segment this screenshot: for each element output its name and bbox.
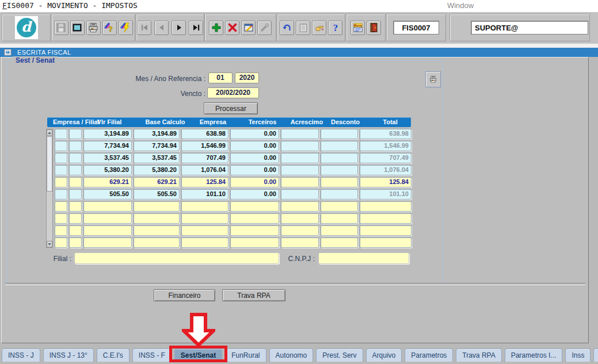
window-menu[interactable]: Window — [437, 1, 483, 10]
table-cell[interactable]: 101.10 — [181, 189, 228, 200]
table-cell[interactable] — [321, 201, 358, 212]
run-button[interactable] — [119, 21, 133, 35]
table-cell[interactable] — [83, 213, 132, 224]
tab-parametros[interactable]: Parametros — [405, 348, 453, 362]
table-cell[interactable]: 505.50 — [83, 189, 132, 200]
table-cell[interactable] — [181, 201, 228, 212]
table-cell[interactable]: 0.00 — [230, 177, 279, 187]
tab-parametros-i-[interactable]: Parametros I... — [505, 348, 563, 362]
processar-button[interactable]: Processar — [204, 102, 258, 114]
mes-input[interactable]: 01 — [208, 72, 233, 83]
table-cell[interactable] — [55, 129, 67, 139]
table-cell[interactable]: 638.98 — [181, 129, 228, 139]
next-record-button[interactable] — [172, 21, 186, 35]
table-cell[interactable] — [69, 165, 82, 175]
table-cell[interactable] — [55, 213, 67, 224]
table-cell[interactable] — [360, 213, 412, 224]
table-cell[interactable]: 3,537.45 — [83, 153, 132, 163]
table-cell[interactable] — [281, 201, 319, 212]
table-cell[interactable] — [321, 129, 358, 139]
table-cell[interactable] — [55, 153, 67, 163]
table-cell[interactable]: 101.10 — [360, 189, 412, 200]
table-cell[interactable]: 1,076.04 — [360, 165, 412, 175]
grid-scrollbar[interactable] — [46, 129, 53, 248]
table-cell[interactable]: 125.84 — [360, 177, 412, 187]
table-cell[interactable]: 0.00 — [230, 189, 279, 200]
table-cell[interactable] — [230, 213, 279, 224]
edit-record-button[interactable] — [241, 21, 256, 35]
table-cell[interactable] — [321, 213, 358, 224]
table-cell[interactable] — [360, 201, 412, 212]
table-cell[interactable] — [83, 225, 132, 236]
lock-record-button[interactable] — [257, 21, 272, 35]
enter-query-button[interactable]: * — [312, 21, 326, 35]
table-cell[interactable] — [69, 129, 82, 139]
tab-inss-f[interactable]: INSS - F — [132, 348, 172, 362]
table-cell[interactable] — [134, 213, 180, 224]
table-cell[interactable] — [281, 225, 319, 236]
table-cell[interactable] — [55, 237, 67, 248]
table-cell[interactable]: 505.50 — [134, 189, 180, 200]
screen-button[interactable] — [70, 21, 85, 35]
table-cell[interactable]: 125.84 — [181, 177, 228, 187]
table-cell[interactable] — [69, 237, 82, 248]
table-cell[interactable]: 1,076.04 — [181, 165, 228, 175]
trava-rpa-button[interactable]: Trava RPA — [222, 289, 285, 301]
undo-button[interactable] — [280, 21, 294, 35]
tab-autonomo[interactable]: Autonomo — [269, 348, 314, 362]
print-report-button[interactable] — [425, 71, 441, 87]
table-cell[interactable] — [321, 141, 358, 151]
table-cell[interactable] — [281, 213, 319, 224]
table-cell[interactable] — [230, 237, 279, 248]
table-cell[interactable] — [55, 225, 67, 236]
table-cell[interactable]: 707.49 — [181, 153, 228, 163]
table-cell[interactable] — [321, 177, 358, 187]
cnpj-field[interactable] — [318, 252, 409, 264]
table-cell[interactable]: 3,194.89 — [134, 129, 180, 139]
scroll-down-button[interactable] — [47, 241, 52, 247]
tab-impostos[interactable]: Impostos — [593, 348, 598, 362]
table-cell[interactable]: 0.00 — [230, 129, 279, 139]
table-cell[interactable]: 5,380.20 — [83, 165, 132, 175]
tab-c-e-i-s[interactable]: C.E.I's — [97, 348, 129, 362]
table-cell[interactable] — [69, 201, 82, 212]
tab-sest-senat[interactable]: Sest/Senat — [174, 348, 222, 362]
table-cell[interactable]: 0.00 — [230, 141, 279, 151]
table-cell[interactable]: 7,734.94 — [83, 141, 132, 151]
table-cell[interactable]: 1,546.99 — [360, 141, 412, 151]
save-button[interactable] — [54, 21, 68, 35]
table-cell[interactable]: 3,194.89 — [83, 129, 132, 139]
table-cell[interactable] — [69, 225, 82, 236]
table-cell[interactable]: 1,546.99 — [181, 141, 228, 151]
table-cell[interactable] — [69, 213, 82, 224]
table-cell[interactable]: 7,734.94 — [134, 141, 180, 151]
table-cell[interactable] — [69, 177, 82, 187]
ano-input[interactable]: 2020 — [235, 72, 259, 83]
last-record-button[interactable] — [189, 21, 203, 35]
paste-button[interactable] — [296, 21, 310, 35]
menu-button[interactable]: Menu — [351, 21, 365, 35]
table-cell[interactable] — [69, 153, 82, 163]
previous-record-button[interactable] — [154, 21, 169, 35]
table-cell[interactable]: 0.00 — [230, 165, 279, 175]
table-cell[interactable] — [181, 237, 228, 248]
table-cell[interactable] — [321, 237, 358, 248]
vencto-input[interactable]: 20/02/2020 — [207, 87, 259, 98]
tab-trava-rpa[interactable]: Trava RPA — [456, 348, 501, 362]
table-cell[interactable] — [281, 177, 319, 187]
table-cell[interactable] — [281, 141, 319, 151]
table-cell[interactable] — [321, 165, 358, 175]
table-cell[interactable] — [281, 165, 319, 175]
tab-inss-j[interactable]: INSS - J — [2, 348, 40, 362]
help-button[interactable]: ? — [328, 21, 342, 35]
table-cell[interactable]: 629.21 — [83, 177, 132, 187]
table-cell[interactable] — [55, 189, 67, 200]
execute-query-button[interactable]: ? — [102, 21, 117, 35]
table-cell[interactable] — [230, 201, 279, 212]
table-cell[interactable] — [134, 225, 180, 236]
table-cell[interactable] — [69, 141, 82, 151]
table-cell[interactable] — [181, 225, 228, 236]
tab-inss-j-13-[interactable]: INSS J - 13° — [43, 348, 94, 362]
table-cell[interactable] — [321, 189, 358, 200]
table-cell[interactable]: 638.98 — [360, 129, 412, 139]
